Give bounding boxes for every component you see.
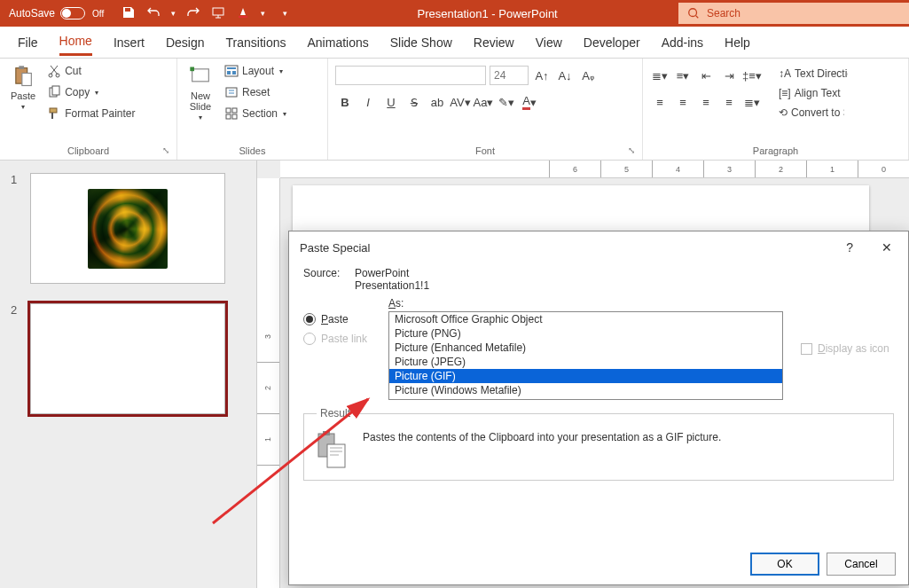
reset-button[interactable]: Reset — [222, 83, 289, 101]
tab-view[interactable]: View — [536, 30, 562, 55]
save-icon[interactable] — [121, 5, 136, 22]
font-family-input[interactable] — [335, 66, 486, 85]
ruler-mark: 1 — [257, 414, 279, 466]
char-spacing-button[interactable]: AV▾ — [451, 92, 470, 112]
strikethrough-button[interactable]: S̶ — [404, 92, 424, 112]
font-color-button[interactable]: A▾ — [520, 92, 539, 112]
increase-indent-button[interactable]: ⇥ — [719, 66, 739, 85]
search-icon — [687, 7, 700, 20]
qat-customize[interactable]: ▾ — [283, 9, 287, 18]
cancel-button[interactable]: Cancel — [827, 553, 896, 576]
font-color-icon[interactable] — [236, 5, 250, 22]
decrease-font-icon[interactable]: A↓ — [555, 66, 575, 85]
list-option-selected[interactable]: Picture (GIF) — [389, 369, 782, 383]
format-painter-button[interactable]: Format Painter — [44, 105, 137, 122]
new-slide-button[interactable]: New Slide ▾ — [184, 62, 216, 123]
slide-thumb[interactable] — [30, 173, 225, 284]
slide-thumb-selected[interactable] — [30, 303, 225, 414]
cut-icon — [47, 64, 61, 78]
undo-dropdown[interactable]: ▾ — [171, 9, 176, 18]
tab-insert[interactable]: Insert — [114, 30, 145, 55]
tab-design[interactable]: Design — [166, 30, 205, 55]
slideshow-icon[interactable] — [211, 5, 225, 22]
line-spacing-button[interactable]: ‡≡▾ — [742, 66, 762, 85]
clear-formatting-icon[interactable]: Aᵩ — [578, 66, 598, 85]
paste-button[interactable]: Paste ▾ — [7, 62, 39, 113]
tab-help[interactable]: Help — [725, 30, 750, 55]
numbering-button[interactable]: ≡▾ — [673, 66, 693, 85]
radio-checked-icon — [303, 313, 316, 325]
list-option[interactable]: Picture (Enhanced Metafile) — [389, 341, 782, 355]
underline-button[interactable]: U — [381, 92, 401, 112]
clipboard-launcher[interactable]: ⤡ — [162, 145, 169, 155]
paste-radio[interactable]: Paste — [303, 313, 380, 325]
font-launcher[interactable]: ⤡ — [628, 145, 635, 155]
font-color-dropdown[interactable]: ▾ — [261, 9, 265, 18]
tab-animations[interactable]: Animations — [307, 30, 368, 55]
toggle-switch[interactable] — [60, 7, 85, 20]
close-button[interactable]: ✕ — [876, 239, 897, 256]
bold-button[interactable]: B — [335, 92, 355, 112]
tab-home[interactable]: Home — [59, 28, 92, 56]
copy-icon — [47, 85, 61, 99]
list-option[interactable]: Picture (JPEG) — [389, 355, 782, 369]
as-label: As: — [388, 297, 783, 310]
align-text-button[interactable]: [≡]Align Text — [776, 85, 850, 101]
help-button[interactable]: ? — [841, 239, 858, 256]
italic-button[interactable]: I — [358, 92, 378, 112]
svg-rect-16 — [232, 71, 236, 74]
undo-icon[interactable] — [146, 5, 161, 22]
thumbnail-1[interactable]: 1 — [11, 173, 246, 284]
align-center-button[interactable]: ≡ — [673, 92, 693, 112]
justify-button[interactable]: ≡ — [719, 92, 739, 112]
svg-rect-5 — [22, 74, 32, 86]
checkbox-icon — [801, 343, 812, 355]
format-listbox[interactable]: Microsoft Office Graphic Object Picture … — [388, 311, 783, 400]
shadow-button[interactable]: ab — [427, 92, 447, 112]
copy-button[interactable]: Copy▾ — [44, 83, 137, 101]
change-case-button[interactable]: Aa▾ — [474, 92, 493, 112]
cut-button[interactable]: Cut — [44, 62, 137, 80]
tab-addins[interactable]: Add-ins — [662, 30, 703, 55]
ruler-mark: 2 — [755, 161, 806, 177]
font-size-input[interactable] — [490, 66, 529, 85]
autosave-toggle[interactable]: AutoSave Off — [0, 7, 113, 20]
text-direction-button[interactable]: ↕AText Direction — [776, 66, 850, 82]
decrease-indent-button[interactable]: ⇤ — [696, 66, 716, 85]
result-text: Pastes the contents of the Clipboard int… — [363, 430, 881, 469]
svg-rect-11 — [192, 69, 209, 82]
redo-icon[interactable] — [186, 5, 200, 22]
thumb-number: 1 — [11, 173, 23, 284]
new-slide-label: New Slide — [190, 90, 211, 112]
result-legend: Result — [317, 407, 354, 419]
ruler-mark: 3 — [257, 311, 279, 363]
paste-link-label: Paste link — [321, 333, 367, 345]
convert-smartart-button[interactable]: ⟲Convert to SmartArt — [776, 105, 850, 121]
align-left-button[interactable]: ≡ — [650, 92, 670, 112]
tab-review[interactable]: Review — [474, 30, 514, 55]
list-option[interactable]: Microsoft Office Graphic Object — [389, 312, 782, 326]
align-right-button[interactable]: ≡ — [696, 92, 716, 112]
tab-file[interactable]: File — [18, 30, 38, 55]
horizontal-ruler: 6 5 4 3 2 1 0 — [280, 161, 909, 178]
list-option[interactable]: Picture (Windows Metafile) — [389, 383, 782, 397]
ruler-mark: 3 — [703, 161, 755, 177]
section-icon — [224, 106, 239, 121]
list-option[interactable]: Picture (PNG) — [389, 326, 782, 341]
thumbnail-2[interactable]: 2 — [11, 303, 246, 414]
svg-rect-17 — [226, 88, 237, 97]
tab-transitions[interactable]: Transitions — [226, 30, 286, 55]
highlight-button[interactable]: ✎▾ — [497, 92, 516, 112]
ok-button[interactable]: OK — [750, 553, 819, 576]
format-painter-label: Format Painter — [65, 107, 135, 120]
layout-button[interactable]: Layout▾ — [222, 62, 289, 80]
tab-developer[interactable]: Developer — [584, 30, 640, 55]
columns-button[interactable]: ≣▾ — [742, 92, 762, 112]
increase-font-icon[interactable]: A↑ — [532, 66, 552, 85]
search-box[interactable]: Search — [678, 3, 909, 24]
section-button[interactable]: Section▾ — [222, 105, 289, 122]
bullets-button[interactable]: ≣▾ — [650, 66, 670, 85]
ribbon-tabs: File Home Insert Design Transitions Anim… — [0, 27, 909, 59]
tab-slideshow[interactable]: Slide Show — [390, 30, 452, 55]
paste-label: Paste — [11, 90, 35, 101]
